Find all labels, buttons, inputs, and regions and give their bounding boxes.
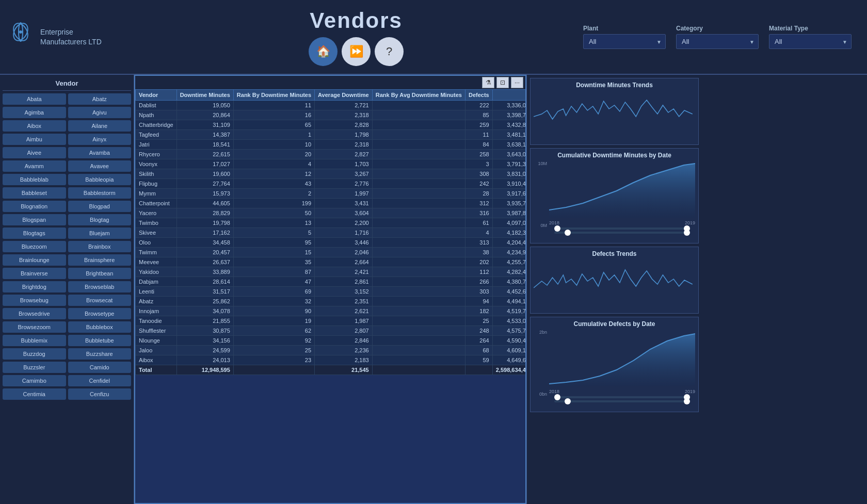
- vendor-btn-brightbean[interactable]: Brightbean: [68, 268, 132, 279]
- slider-left-defects[interactable]: [554, 394, 560, 400]
- slider-left-downtime[interactable]: [554, 225, 560, 232]
- table-row[interactable]: Yacero28,829503,6043163,987,80121.1992: [136, 208, 526, 218]
- table-row[interactable]: Flipbug27,764432,7762423,910,4990.9263: [136, 179, 526, 189]
- vendor-btn-bubbletube[interactable]: Bubbletube: [68, 335, 132, 346]
- table-row[interactable]: Aibox24,013232,183594,649,64270.3414: [136, 355, 526, 365]
- vendor-btn-agimba[interactable]: Agimba: [3, 107, 66, 118]
- table-row[interactable]: Twimbo19,798132,200614,097,01130.2710: [136, 218, 526, 228]
- vendor-btn-babbleset[interactable]: Babbleset: [3, 187, 66, 199]
- vendor-btn-abata[interactable]: Abata: [3, 93, 66, 105]
- vendor-btn-abatz[interactable]: Abatz: [68, 93, 132, 105]
- vendor-btn-aibox[interactable]: Aibox: [3, 120, 66, 132]
- vendor-grid: AbataAbatzAgimbaAgivuAiboxAilaneAimbuAin…: [3, 93, 131, 400]
- vendor-btn-buzzshare[interactable]: Buzzshare: [68, 348, 132, 360]
- table-row[interactable]: Abatz25,862322,351944,494,17210.4625: [136, 297, 526, 306]
- slider-left-defects2[interactable]: [565, 398, 571, 404]
- table-row[interactable]: Skilith19,600123,2673083,831,0781.0378: [136, 169, 526, 179]
- cell-defects: 112: [465, 267, 492, 277]
- cell-vendor: Innojam: [136, 306, 177, 316]
- vendor-btn-avavee[interactable]: Avavee: [68, 160, 132, 172]
- table-row[interactable]: Jatri18,541102,318843,638,1650.3112: [136, 140, 526, 150]
- table-row[interactable]: Jaloo24,599252,236684,609,13260.3717: [136, 346, 526, 355]
- table-row[interactable]: Npath20,864162,318853,398,7020.3213: [136, 110, 526, 120]
- vendor-btn-blogpad[interactable]: Blogpad: [68, 201, 132, 212]
- table-row[interactable]: Innojam34,078902,6211824,519,71220.9263: [136, 306, 526, 316]
- table-row[interactable]: Nlounge34,156922,8462644,590,45251.2093: [136, 336, 526, 346]
- vendor-btn-browsezoom[interactable]: Browsezoom: [3, 321, 66, 333]
- cell-rank-downtime: 47: [233, 277, 314, 287]
- vendor-btn-bubblemix[interactable]: Bubblemix: [3, 335, 66, 346]
- vendor-btn-browseblab[interactable]: Browseblab: [68, 281, 132, 292]
- table-row[interactable]: Skivee17,16251,71644,182,33140.073: [136, 228, 526, 238]
- vendor-btn-brainverse[interactable]: Brainverse: [3, 268, 66, 279]
- table-row[interactable]: Mymm15,97321,997283,917,63100.134: [136, 189, 526, 199]
- table-row[interactable]: Tanoodie21,855191,987254,533,03230.216: [136, 316, 526, 326]
- table-row[interactable]: Twimm20,457152,046384,234,92160.227: [136, 248, 526, 257]
- vendor-btn-agivu[interactable]: Agivu: [68, 107, 132, 118]
- vendor-btn-aivee[interactable]: Aivee: [3, 147, 66, 158]
- vendor-btn-buzzsler[interactable]: Buzzsler: [3, 362, 66, 373]
- vendor-btn-ailane[interactable]: Ailane: [68, 120, 132, 132]
- vendor-btn-blognation[interactable]: Blognation: [3, 201, 66, 212]
- vendor-btn-blogspan[interactable]: Blogspan: [3, 214, 66, 225]
- vendor-btn-bubblebox[interactable]: Bubblebox: [68, 321, 132, 333]
- vendor-btn-browsetype[interactable]: Browsetype: [68, 308, 132, 319]
- table-row[interactable]: Dablist19,050112,7212223,336,0510.7442: [136, 101, 526, 110]
- vendor-btn-bluezoom[interactable]: Bluezoom: [3, 241, 66, 252]
- table-row[interactable]: Oloo34,458953,4463134,204,46151.33112: [136, 238, 526, 248]
- forward-button[interactable]: ⏩: [342, 37, 371, 66]
- vendor-btn-browsebug[interactable]: Browsebug: [3, 295, 66, 306]
- table-scroll[interactable]: Vendor Downtime Minutes Rank By Downtime…: [135, 89, 525, 501]
- vendor-btn-browsecat[interactable]: Browsecat: [68, 295, 132, 306]
- vendor-btn-babbleopia[interactable]: Babbleopia: [68, 174, 132, 185]
- vendor-btn-camido[interactable]: Camido: [68, 362, 132, 373]
- logo-text: Enterprise Manufacturers LTD: [40, 27, 102, 46]
- vendor-btn-ainyx[interactable]: Ainyx: [68, 134, 132, 145]
- material-select[interactable]: All: [769, 34, 852, 49]
- slider-right-downtime2[interactable]: [684, 230, 690, 236]
- table-row[interactable]: Shufflester30,875622,8072484,575,77241.0…: [136, 326, 526, 336]
- table-row[interactable]: Meevee26,637352,6642024,255,70170.8046: [136, 257, 526, 267]
- vendor-btn-avamba[interactable]: Avamba: [68, 147, 132, 158]
- vendor-btn-babbleblab[interactable]: Babbleblab: [3, 174, 66, 185]
- table-row[interactable]: Leenti31,517693,1523034,452,68201.2397: [136, 287, 526, 297]
- vendor-btn-blogtag[interactable]: Blogtag: [68, 214, 132, 225]
- table-row[interactable]: Rhycero22,615202,8272583,643,0960.8956: [136, 150, 526, 159]
- slider-right-defects2[interactable]: [684, 398, 690, 404]
- vendor-btn-cenfizu[interactable]: Cenfizu: [68, 388, 132, 400]
- table-row[interactable]: Yakidoo33,889872,4211124,282,44180.6835: [136, 267, 526, 277]
- table-row[interactable]: Voonyx17,02741,70333,791,3170.041: [136, 159, 526, 169]
- vendor-btn-brainsphere[interactable]: Brainsphere: [68, 254, 132, 266]
- export-toolbar-btn[interactable]: ⊡: [496, 77, 509, 88]
- defects-trends-box: Defects Trends: [530, 247, 699, 314]
- vendor-btn-brainlounge[interactable]: Brainlounge: [3, 254, 66, 266]
- vendor-btn-cenfidel[interactable]: Cenfidel: [68, 375, 132, 386]
- vendor-btn-aimbu[interactable]: Aimbu: [3, 134, 66, 145]
- vendor-btn-blogtags[interactable]: Blogtags: [3, 227, 66, 239]
- vendor-btn-brightdog[interactable]: Brightdog: [3, 281, 66, 292]
- vendor-btn-buzzdog[interactable]: Buzzdog: [3, 348, 66, 360]
- plant-select[interactable]: All: [583, 34, 666, 49]
- more-toolbar-btn[interactable]: ···: [511, 77, 523, 88]
- vendor-btn-browsedrive[interactable]: Browsedrive: [3, 308, 66, 319]
- cell-avg-downtime: 2,721: [315, 101, 373, 110]
- table-row[interactable]: Chatterpoint44,6051993,4313123,935,70111…: [136, 199, 526, 208]
- cell-rank-avg-spacer: [372, 189, 465, 199]
- slider-left-downtime2[interactable]: [565, 230, 571, 236]
- cell-downtime-min: 26,637: [176, 257, 233, 267]
- total-row[interactable]: Total12,948,59521,5452,598,634,46: [136, 365, 526, 375]
- table-row[interactable]: Tagfeed14,38711,798113,481,1140.052: [136, 130, 526, 140]
- filter-toolbar-btn[interactable]: ⚗: [482, 77, 494, 88]
- vendor-btn-centimia[interactable]: Centimia: [3, 388, 66, 400]
- vendor-btn-bluejam[interactable]: Bluejam: [68, 227, 132, 239]
- vendor-btn-camimbo[interactable]: Camimbo: [3, 375, 66, 386]
- vendor-btn-brainbox[interactable]: Brainbox: [68, 241, 132, 252]
- help-button[interactable]: ?: [375, 37, 404, 66]
- vendor-btn-avamm[interactable]: Avamm: [3, 160, 66, 172]
- home-button[interactable]: 🏠: [309, 37, 338, 66]
- table-row[interactable]: Chatterbridge31,109652,8282593,432,8431.…: [136, 120, 526, 130]
- cell-rank-avg-spacer: [372, 120, 465, 130]
- vendor-btn-babblestorm[interactable]: Babblestorm: [68, 187, 132, 199]
- category-select[interactable]: All: [676, 34, 759, 49]
- table-row[interactable]: Dabjam28,614472,8612664,380,72191.0481: [136, 277, 526, 287]
